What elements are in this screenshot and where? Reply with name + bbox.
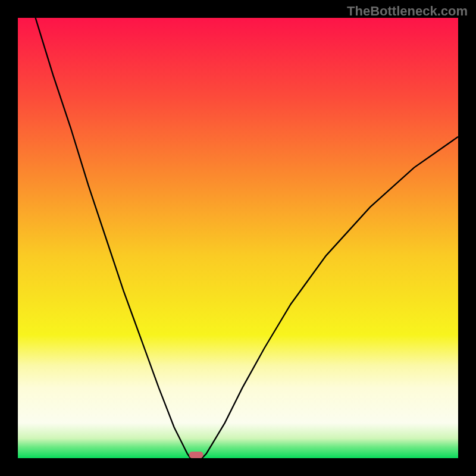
bottom-marker: [189, 452, 203, 458]
chart-plot-area: [18, 18, 458, 458]
gradient-background: [18, 18, 458, 458]
chart-svg: [18, 18, 458, 458]
watermark-text: TheBottleneck.com: [347, 4, 468, 19]
